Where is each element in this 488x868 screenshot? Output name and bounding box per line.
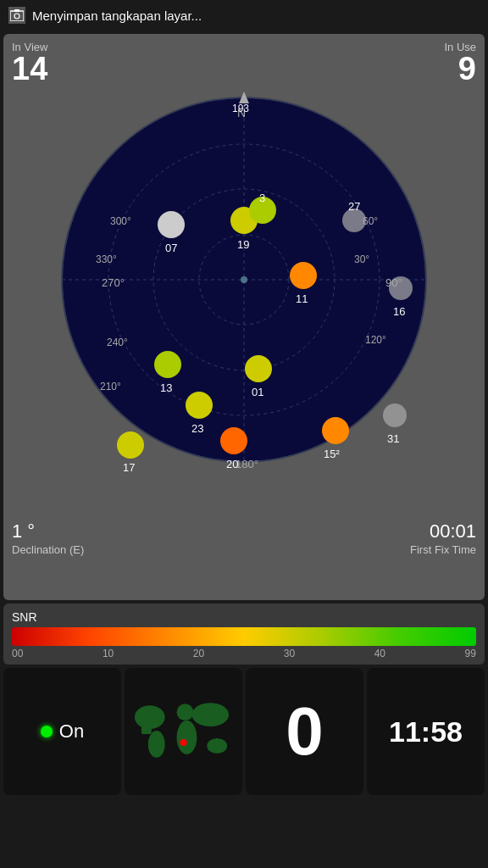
snr-tick-1: 10 [103,648,114,659]
svg-text:180°: 180° [236,458,258,470]
svg-text:16: 16 [393,305,405,318]
svg-text:13: 13 [160,381,172,394]
svg-point-53 [148,731,165,758]
svg-text:300°: 300° [110,215,131,227]
svg-point-54 [177,704,194,721]
svg-point-32 [389,276,413,300]
svg-point-56 [191,703,229,726]
zero-display: 0 [246,668,363,795]
zero-value: 0 [286,693,324,771]
svg-text:19: 19 [237,238,249,251]
status-button[interactable]: On [3,668,121,795]
svg-text:27: 27 [348,200,360,213]
svg-text:01: 01 [252,386,263,398]
svg-text:17: 17 [123,461,135,474]
svg-point-24 [158,211,185,238]
svg-rect-52 [141,726,152,734]
fix-time-value: 00:01 [430,520,476,542]
in-view-value: 14 [12,51,47,87]
in-use-value: 9 [458,51,476,87]
snr-tick-2: 20 [193,648,204,659]
svg-point-40 [245,355,272,382]
time-display: 11:58 [367,668,485,795]
main-panel: In View 14 In Use 9 N 193 27 [3,34,485,600]
svg-point-10 [241,276,247,283]
svg-text:11: 11 [296,292,308,305]
svg-text:20: 20 [226,458,238,470]
radar-display: N 193 270° 90° 180° 300° 240° 330° 210° … [49,85,439,475]
svg-text:330°: 330° [96,253,117,265]
svg-point-1 [14,14,19,19]
svg-rect-0 [10,11,24,21]
svg-point-46 [322,417,349,444]
snr-tick-5: 99 [465,648,476,659]
svg-point-44 [220,427,247,454]
svg-point-51 [135,705,165,729]
svg-text:270°: 270° [102,276,125,289]
time-value: 11:58 [389,715,463,748]
svg-rect-2 [14,9,19,12]
svg-point-48 [383,403,407,427]
svg-text:31: 31 [387,432,399,445]
declination-label: Declination (E) [12,543,84,556]
svg-text:15²: 15² [324,448,340,460]
svg-point-38 [186,392,213,419]
svg-point-34 [154,351,181,378]
title-text: Menyimpan tangkapan layar... [32,8,202,23]
svg-text:240°: 240° [107,337,128,348]
map-button[interactable] [125,668,242,795]
status-indicator [41,726,53,737]
title-bar: Menyimpan tangkapan layar... [0,0,488,31]
svg-text:193: 193 [232,103,249,114]
svg-text:210°: 210° [100,381,121,392]
svg-text:23: 23 [191,422,203,435]
snr-numbers: 00 10 20 30 40 99 [12,648,476,659]
snr-panel: SNR 00 10 20 30 40 99 [3,604,485,665]
svg-point-55 [177,721,197,754]
declination-value: 1 ° [12,520,35,542]
status-label: On [59,721,84,743]
snr-bar [12,627,476,646]
snr-tick-0: 00 [12,648,23,659]
snr-tick-4: 40 [374,648,385,659]
svg-text:120°: 120° [365,334,386,346]
snr-label: SNR [12,610,476,624]
bottom-row: On 0 [3,668,485,795]
svg-point-42 [117,431,144,459]
fix-time-label: First Fix Time [410,543,476,556]
screenshot-icon [8,7,25,24]
svg-point-57 [207,738,227,754]
svg-text:30°: 30° [354,253,369,265]
svg-text:3: 3 [259,192,265,204]
svg-point-36 [290,262,317,289]
snr-tick-3: 30 [284,648,295,659]
svg-text:07: 07 [165,242,177,254]
svg-point-58 [180,739,187,746]
